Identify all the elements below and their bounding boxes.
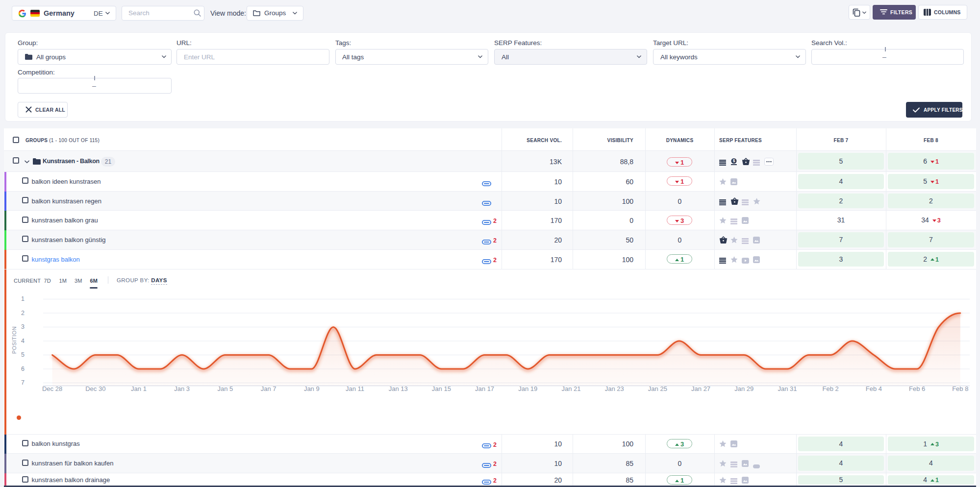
svg-text:$: $ bbox=[733, 158, 735, 163]
